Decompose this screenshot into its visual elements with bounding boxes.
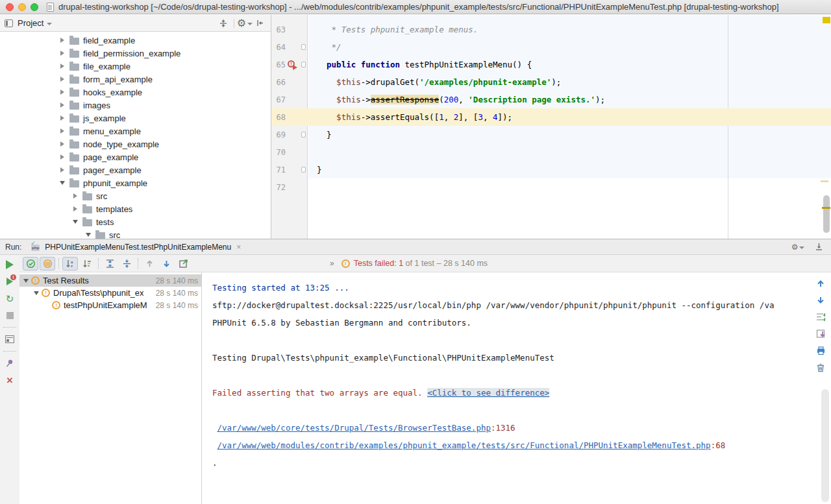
minimize-panel-button[interactable]	[813, 241, 825, 253]
error-stripe-warning-mark[interactable]	[821, 180, 828, 182]
tree-toggle-icon[interactable]	[71, 193, 79, 198]
editor-line[interactable]: 69 }	[271, 126, 831, 143]
project-tree-item[interactable]: hooks_example	[0, 86, 271, 99]
project-tree-item[interactable]: templates	[0, 202, 271, 215]
next-occurrence-button[interactable]	[158, 257, 174, 270]
pin-tab-button[interactable]	[4, 357, 16, 369]
close-window-button[interactable]	[6, 3, 14, 11]
console-diff-link[interactable]: <Click to see difference>	[427, 388, 549, 398]
tree-toggle-icon[interactable]	[58, 167, 66, 173]
down-the-stack-trace-button[interactable]	[815, 294, 826, 306]
project-tree-item[interactable]: phpunit_example	[0, 176, 271, 189]
error-stripe-deprecation-mark[interactable]	[822, 207, 830, 209]
tree-toggle-icon[interactable]	[58, 141, 66, 147]
up-the-stack-trace-button[interactable]	[815, 278, 826, 289]
test-tree-item[interactable]: !testPhpUnitExampleM28 s 140 ms	[19, 299, 201, 311]
rerun-button[interactable]	[4, 259, 16, 270]
editor-line[interactable]: 63 * Tests phpunit_example menus.	[271, 21, 831, 38]
project-tree-item[interactable]: field_example	[0, 34, 271, 47]
stop-button[interactable]	[4, 309, 16, 321]
zoom-window-button[interactable]	[31, 3, 38, 11]
hide-panel-button[interactable]	[254, 18, 266, 29]
project-tree-item[interactable]: js_example	[0, 112, 271, 125]
tree-toggle-icon[interactable]	[58, 90, 66, 95]
print-console-button[interactable]	[815, 345, 826, 356]
chevron-down-icon[interactable]	[47, 23, 52, 25]
code-editor[interactable]: 63 * Tests phpunit_example menus.64 */65…	[271, 15, 831, 239]
sort-by-duration-button[interactable]	[79, 257, 95, 270]
project-tree-item[interactable]: tests	[0, 215, 271, 228]
project-tree-item[interactable]: page_example	[0, 150, 271, 163]
sort-alphabetically-button[interactable]: az	[62, 257, 78, 270]
expand-all-button[interactable]	[102, 257, 118, 270]
project-tree-item[interactable]: node_type_example	[0, 138, 271, 150]
tree-toggle-icon[interactable]	[22, 279, 29, 283]
project-tree-item[interactable]: src	[0, 228, 271, 239]
project-tree-item[interactable]: menu_example	[0, 125, 271, 138]
inspection-status-indicator[interactable]	[823, 17, 830, 23]
editor-line[interactable]: 70	[271, 143, 831, 161]
clear-all-button[interactable]	[815, 362, 826, 373]
previous-occurrence-button[interactable]	[142, 257, 157, 270]
rerun-failed-tests-button[interactable]: !	[4, 276, 16, 287]
minimize-window-button[interactable]	[18, 3, 26, 11]
collapse-all-button[interactable]	[217, 18, 229, 29]
show-passed-button[interactable]	[23, 257, 38, 270]
tree-toggle-icon[interactable]	[71, 220, 79, 224]
toggle-auto-test-button[interactable]: ↻	[4, 293, 16, 304]
close-panel-button[interactable]: ✕	[4, 374, 16, 386]
tree-toggle-icon[interactable]	[58, 128, 66, 134]
tree-toggle-icon[interactable]	[58, 64, 66, 69]
fold-marker-icon[interactable]	[301, 62, 306, 67]
tree-toggle-icon[interactable]	[58, 77, 66, 82]
gear-icon[interactable]: ⚙	[239, 18, 251, 29]
tree-toggle-icon[interactable]	[58, 38, 66, 43]
project-tree-item[interactable]: form_api_example	[0, 73, 271, 86]
test-tree-item[interactable]: !Test Results28 s 140 ms	[19, 274, 201, 287]
tree-toggle-icon[interactable]	[71, 206, 79, 211]
restore-layout-button[interactable]	[4, 333, 16, 345]
editor-line[interactable]: 71}	[271, 161, 831, 178]
use-soft-wraps-button[interactable]	[815, 311, 826, 322]
collapse-all-button[interactable]	[119, 257, 134, 270]
close-tab-icon[interactable]: ×	[236, 243, 241, 252]
console-scrollbar[interactable]	[821, 389, 829, 502]
project-tree-item[interactable]: file_example	[0, 60, 271, 73]
gutter-icon-slot: !	[286, 56, 299, 73]
scroll-to-end-button[interactable]	[815, 328, 826, 339]
show-ignored-button[interactable]	[40, 257, 55, 270]
editor-scrollbar-thumb[interactable]	[823, 195, 830, 233]
tree-toggle-icon[interactable]	[32, 291, 40, 295]
tree-toggle-icon[interactable]	[58, 181, 66, 185]
fold-marker-icon[interactable]	[301, 132, 306, 138]
test-console-output[interactable]: Testing started at 13:25 ...sftp://docke…	[202, 272, 831, 504]
run-configuration-tab[interactable]: ✓php PHPUnitExampleMenuTest.testPhpUnitE…	[27, 239, 245, 254]
fold-marker-icon[interactable]	[301, 167, 306, 173]
run-panel-gear-icon[interactable]: ⚙	[792, 241, 804, 253]
project-tree-item[interactable]: pager_example	[0, 163, 271, 176]
test-tree-item[interactable]: !Drupal\Tests\phpunit_ex28 s 140 ms	[19, 287, 201, 299]
tree-toggle-icon[interactable]	[58, 115, 66, 121]
tree-toggle-icon[interactable]	[58, 51, 66, 56]
console-file-link[interactable]: /var/www/web/modules/contrib/examples/ph…	[217, 440, 711, 450]
editor-line[interactable]: 65! public function testPhpUnitExampleMe…	[271, 56, 831, 73]
editor-line[interactable]: 72	[271, 178, 831, 196]
project-tree-item[interactable]: field_permission_example	[0, 47, 271, 60]
project-tree-item[interactable]: images	[0, 99, 271, 112]
editor-line[interactable]: 64 */	[271, 38, 831, 56]
tree-toggle-icon[interactable]	[58, 102, 66, 108]
code-token: public	[327, 60, 356, 69]
project-tree-item[interactable]: src	[0, 189, 271, 202]
tree-toggle-icon[interactable]	[84, 233, 92, 237]
tree-toggle-icon[interactable]	[58, 154, 66, 160]
import-test-results-button[interactable]	[175, 257, 191, 270]
console-line	[212, 366, 809, 384]
editor-line[interactable]: 67 $this->assertResponse(200, 'Descripti…	[271, 91, 831, 108]
editor-line[interactable]: 66 $this->drupalGet('/examples/phpunit-e…	[271, 73, 831, 91]
code-token: ,	[458, 95, 468, 104]
fold-marker-icon[interactable]	[301, 44, 306, 50]
editor-line[interactable]: 68 $this->assertEquals([1, 2], [3, 4]);	[271, 108, 831, 126]
toolbar-overflow-chevron[interactable]: »	[330, 259, 335, 268]
chevron-right-icon	[60, 141, 64, 147]
console-file-link[interactable]: /var/www/web/core/tests/Drupal/Tests/Bro…	[217, 423, 491, 433]
